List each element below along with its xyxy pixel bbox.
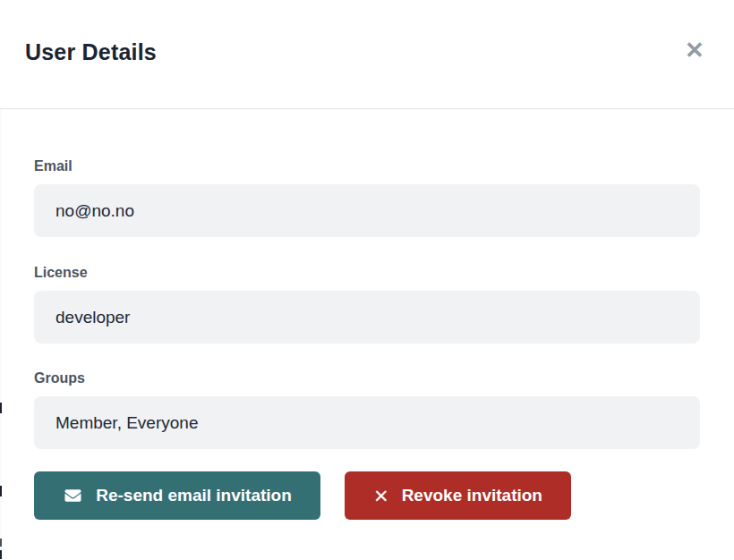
- header-divider: [0, 108, 734, 109]
- license-field[interactable]: developer: [34, 291, 700, 344]
- resend-email-invitation-button[interactable]: Re-send email invitation: [34, 471, 320, 520]
- background-text-fragment: [0, 550, 2, 559]
- x-icon: ✕: [373, 487, 389, 505]
- license-label: License: [34, 265, 88, 281]
- revoke-button-label: Revoke invitation: [402, 486, 542, 505]
- email-field[interactable]: no@no.no: [34, 184, 700, 237]
- background-text-fragment: [0, 486, 2, 496]
- background-text-fragment: [0, 539, 2, 547]
- groups-field[interactable]: Member, Everyone: [34, 396, 700, 449]
- resend-button-label: Re-send email invitation: [96, 486, 292, 505]
- revoke-invitation-button[interactable]: ✕ Revoke invitation: [345, 471, 571, 520]
- license-value: developer: [55, 308, 130, 327]
- close-icon: ✕: [685, 38, 704, 62]
- envelope-icon: [63, 488, 83, 504]
- groups-label: Groups: [34, 370, 85, 386]
- groups-value: Member, Everyone: [55, 413, 198, 433]
- close-button[interactable]: ✕: [679, 34, 711, 66]
- email-value: no@no.no: [55, 201, 134, 221]
- email-label: Email: [34, 158, 73, 174]
- background-text-fragment: [0, 403, 2, 413]
- modal-header: User Details ✕: [0, 0, 734, 108]
- modal-title: User Details: [25, 39, 157, 65]
